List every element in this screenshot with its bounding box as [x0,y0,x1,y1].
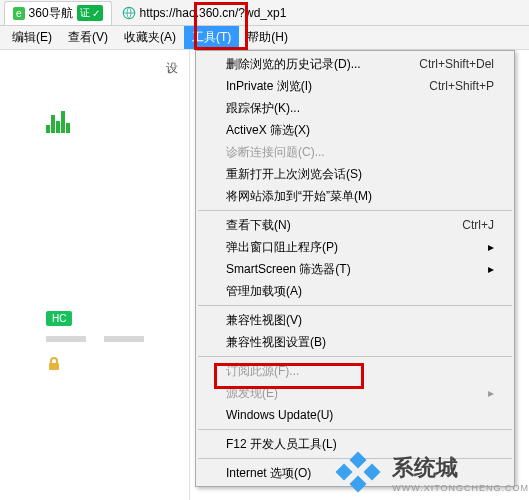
left-panel: 设 HC [0,50,190,500]
dd-subscribe: 订阅此源(F)... [196,360,514,382]
dd-smartscreen[interactable]: SmartScreen 筛选器(T)▸ [196,258,514,280]
lock-icon [46,356,62,372]
dd-windows-update[interactable]: Windows Update(U) [196,404,514,426]
hc-badge: HC [46,311,72,326]
left-label: 设 [6,56,183,81]
dd-delete-history[interactable]: 删除浏览的历史记录(D)...Ctrl+Shift+Del [196,53,514,75]
dd-compat-settings[interactable]: 兼容性视图设置(B) [196,331,514,353]
dd-tracking[interactable]: 跟踪保护(K)... [196,97,514,119]
dd-sep-2 [198,305,512,306]
chevron-right-icon: ▸ [488,240,494,254]
dd-feed-discover: 源发现(E)▸ [196,382,514,404]
site-favicon: e [13,7,25,20]
url-input[interactable] [140,6,360,20]
menu-view[interactable]: 查看(V) [60,26,116,49]
thumbnail-chart [46,111,102,141]
globe-icon [122,6,136,20]
dd-activex[interactable]: ActiveX 筛选(X) [196,119,514,141]
tab-title: 360导航 [29,5,73,22]
menu-help[interactable]: 帮助(H) [239,26,296,49]
sep-bars [46,336,183,342]
dd-addons[interactable]: 管理加载项(A) [196,280,514,302]
chevron-right-icon: ▸ [488,386,494,400]
menubar: 编辑(E) 查看(V) 收藏夹(A) 工具(T) 帮助(H) [0,26,529,50]
dd-sep-4 [198,429,512,430]
menu-edit[interactable]: 编辑(E) [4,26,60,49]
dd-compat-view[interactable]: 兼容性视图(V) [196,309,514,331]
dd-sep-1 [198,210,512,211]
dd-reopen[interactable]: 重新打开上次浏览会话(S) [196,163,514,185]
dd-downloads[interactable]: 查看下载(N)Ctrl+J [196,214,514,236]
dd-sep-3 [198,356,512,357]
chevron-right-icon: ▸ [488,262,494,276]
dd-popup[interactable]: 弹出窗口阻止程序(P)▸ [196,236,514,258]
dd-inprivate[interactable]: InPrivate 浏览(I)Ctrl+Shift+P [196,75,514,97]
dd-add-start[interactable]: 将网站添加到“开始”菜单(M) [196,185,514,207]
dd-diagnose: 诊断连接问题(C)... [196,141,514,163]
watermark-icon [332,452,386,494]
browser-tab[interactable]: e 360导航 证✓ [4,1,112,25]
svg-rect-1 [49,363,59,370]
watermark: 系统城 WWW.XITONGCHENG.COM [332,452,529,494]
watermark-brand: 系统城 [392,455,458,480]
watermark-sub: WWW.XITONGCHENG.COM [392,483,529,493]
address-strip: e 360导航 证✓ [0,0,529,26]
menu-tools[interactable]: 工具(T) [184,26,239,49]
url-area [118,6,525,20]
cert-badge: 证✓ [77,5,103,21]
menu-favorites[interactable]: 收藏夹(A) [116,26,184,49]
tools-dropdown: 删除浏览的历史记录(D)...Ctrl+Shift+Del InPrivate … [195,50,515,487]
